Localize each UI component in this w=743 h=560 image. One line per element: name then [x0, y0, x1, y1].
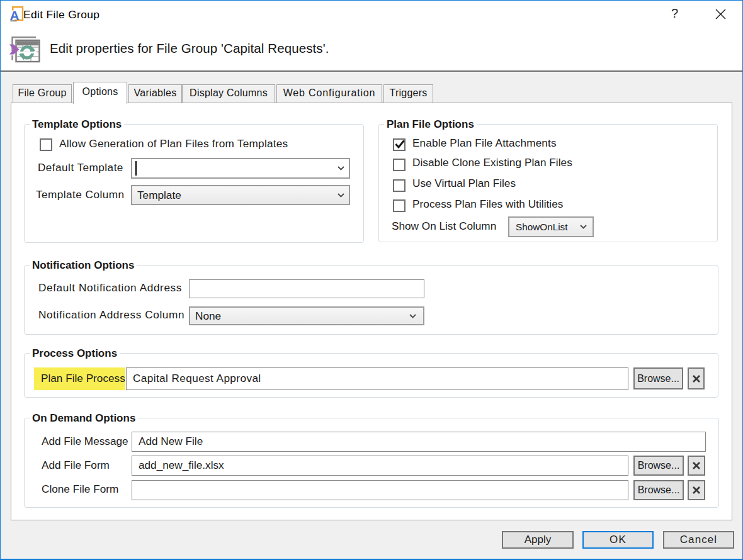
svg-text:A: A: [10, 8, 20, 22]
